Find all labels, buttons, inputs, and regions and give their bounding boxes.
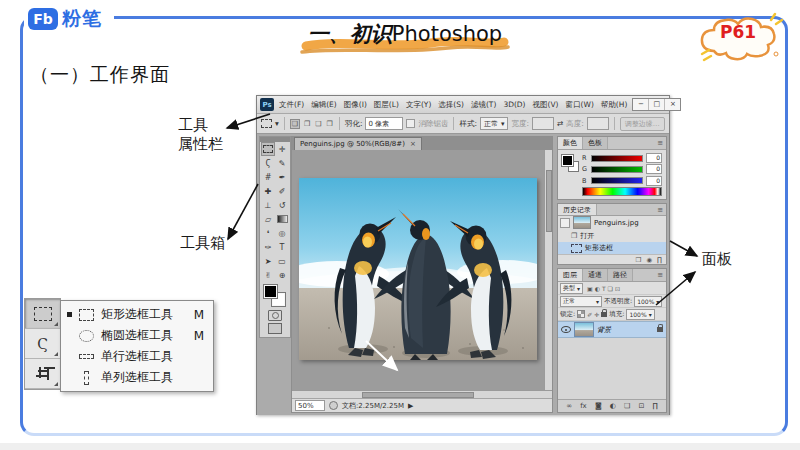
mini-crop-button[interactable] [25, 359, 60, 389]
screen-mode-button[interactable] [268, 323, 282, 334]
opacity-select[interactable]: 100% ▾ [634, 296, 662, 307]
style-select[interactable]: 正常 ▾ [480, 117, 509, 130]
clone-stamp-tool[interactable]: ⊥ [261, 198, 275, 212]
history-marquee-row[interactable]: 矩形选框 [558, 242, 666, 254]
menu-file[interactable]: 文件(F) [279, 100, 304, 110]
mini-lasso-button[interactable]: Ϛ [25, 329, 60, 359]
history-brush-tool[interactable]: ↺ [275, 198, 289, 212]
menu-item-rect-marquee[interactable]: 矩形选框工具 M [61, 304, 213, 325]
vertical-scrollbar-thumb[interactable] [546, 170, 552, 232]
minimize-button[interactable]: − [633, 99, 648, 110]
link-layers-icon[interactable]: ∞ [566, 402, 572, 410]
layer-mask-icon[interactable]: ◙ [595, 402, 602, 410]
fill-select[interactable]: 100% ▾ [626, 309, 654, 320]
move-tool[interactable]: ✛ [275, 142, 289, 156]
adjustment-layer-icon[interactable]: ◐ [610, 402, 616, 410]
height-input[interactable] [587, 117, 609, 130]
red-value[interactable]: 0 [646, 153, 662, 163]
pen-tool[interactable]: ✑ [261, 240, 275, 254]
new-doc-from-state-icon[interactable]: ❐ [636, 256, 642, 264]
menu-item-single-row-marquee[interactable]: 单行选框工具 [61, 346, 213, 367]
canvas-area[interactable] [292, 150, 552, 390]
lock-all-icon[interactable] [601, 312, 607, 317]
tab-channels[interactable]: 通道 [583, 269, 608, 281]
new-layer-icon[interactable]: ⊡ [638, 402, 644, 410]
quick-selection-tool[interactable]: ✎ [275, 156, 289, 170]
eyedropper-tool[interactable]: ✒ [275, 170, 289, 184]
tab-history[interactable]: 历史记录 [558, 204, 597, 215]
filter-kind-select[interactable]: 类型 ▾ [560, 283, 583, 294]
green-value[interactable]: 0 [646, 164, 662, 174]
layer-visibility-eye-icon[interactable] [561, 326, 571, 333]
mini-marquee-button[interactable] [25, 299, 60, 329]
menu-image[interactable]: 图像(I) [344, 100, 367, 110]
fg-swatch[interactable] [562, 155, 573, 166]
maximize-button[interactable]: □ [648, 99, 664, 110]
tab-color[interactable]: 颜色 [558, 137, 583, 149]
width-input[interactable] [532, 117, 554, 130]
horizontal-scrollbar[interactable] [292, 390, 552, 398]
dodge-tool[interactable]: ◎ [275, 226, 289, 240]
menu-view[interactable]: 视图(V) [533, 100, 559, 110]
blue-slider[interactable] [591, 177, 643, 184]
antialias-checkbox[interactable] [406, 119, 415, 128]
blur-tool[interactable]: ❛ [261, 226, 275, 240]
tab-paths[interactable]: 路径 [608, 269, 633, 281]
swap-dimensions-icon[interactable]: ⇄ [557, 119, 563, 128]
selection-subtract-button[interactable]: ❑ [314, 120, 322, 128]
brush-tool[interactable]: ✐ [275, 184, 289, 198]
lasso-tool[interactable]: Ϛ [261, 156, 275, 170]
selection-add-button[interactable]: ❐ [303, 120, 311, 128]
zoom-tool[interactable]: ⊕ [275, 268, 289, 282]
quick-mask-button[interactable] [268, 310, 282, 321]
panel-menu-icon[interactable]: ≡ [657, 269, 666, 281]
vertical-scrollbar[interactable] [544, 150, 552, 390]
history-snapshot-row[interactable]: Penguins.jpg [558, 216, 666, 229]
lock-transparency-icon[interactable] [577, 310, 585, 318]
filter-adjustment-icon[interactable]: ◐ [595, 285, 600, 292]
close-button[interactable]: × [664, 99, 680, 110]
menu-item-single-column-marquee[interactable]: 单列选框工具 [61, 367, 213, 388]
lock-move-icon[interactable]: ✛ [594, 311, 599, 318]
background-layer-row[interactable]: 背景 [558, 321, 666, 338]
refine-edge-button[interactable]: 调整边缘… [620, 117, 665, 131]
panel-menu-icon[interactable]: ≡ [657, 204, 666, 215]
healing-brush-tool[interactable]: ✚ [261, 184, 275, 198]
status-flyout-icon[interactable]: ▶ [408, 402, 413, 410]
filter-pixel-icon[interactable]: ▣ [587, 285, 593, 292]
document-tab[interactable]: Penguins.jpg @ 50%(RGB/8#) × [294, 137, 422, 150]
filter-type-icon[interactable]: T [602, 285, 606, 292]
tool-preset-dropdown-icon[interactable]: ▾ [275, 119, 279, 128]
menu-edit[interactable]: 编辑(E) [311, 100, 337, 110]
filter-smart-icon[interactable]: ⊡ [615, 285, 620, 292]
delete-layer-icon[interactable]: ∏ [653, 402, 658, 410]
delete-state-icon[interactable]: ∏ [657, 256, 662, 264]
menu-window[interactable]: 窗口(W) [566, 100, 594, 110]
tab-swatches[interactable]: 色板 [583, 137, 608, 149]
panel-menu-icon[interactable]: ≡ [657, 137, 666, 149]
color-spectrum-ramp[interactable] [582, 187, 662, 196]
hand-tool[interactable]: ✌ [261, 268, 275, 282]
menu-help[interactable]: 帮助(H) [601, 100, 628, 110]
gradient-tool[interactable] [275, 212, 289, 226]
foreground-color-swatch[interactable] [264, 285, 277, 298]
crop-tool[interactable]: # [261, 170, 275, 184]
menu-select[interactable]: 选择(S) [438, 100, 464, 110]
menu-filter[interactable]: 滤镜(T) [471, 100, 496, 110]
tab-layers[interactable]: 图层 [558, 269, 583, 281]
horizontal-scrollbar-thumb[interactable] [362, 392, 474, 398]
blue-value[interactable]: 0 [646, 176, 662, 186]
feather-input[interactable]: 0 像素 [365, 117, 403, 130]
eraser-tool[interactable]: ▱ [261, 212, 275, 226]
red-slider[interactable] [591, 155, 643, 162]
green-slider[interactable] [591, 166, 643, 173]
new-snapshot-icon[interactable]: ◉ [646, 256, 652, 264]
selection-intersect-button[interactable]: ❒ [326, 120, 334, 128]
blend-mode-select[interactable]: 正常 ▾ [560, 296, 602, 307]
selection-new-button[interactable]: ❏ [290, 119, 300, 129]
menu-3d[interactable]: 3D(D) [503, 100, 525, 110]
layer-style-icon[interactable]: fx [580, 402, 587, 410]
menu-type[interactable]: 文字(Y) [406, 100, 431, 110]
zoom-level-input[interactable]: 50% [295, 400, 325, 411]
image-window-canvas[interactable] [299, 178, 537, 360]
